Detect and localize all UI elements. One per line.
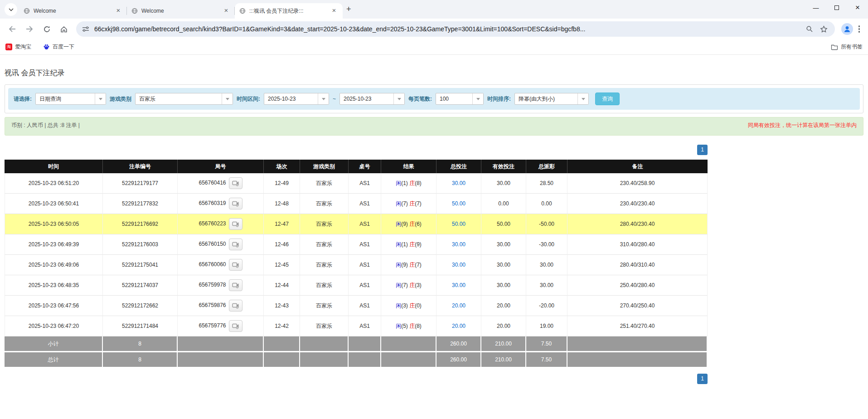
- maximize-button[interactable]: [826, 0, 847, 15]
- url-text: 66cxkj98.com/game/betrecord_search/kind3…: [94, 25, 800, 33]
- table-row: 2025-10-23 06:47:56 522912172662 6567598…: [5, 296, 708, 316]
- cell-game-type: 百家乐: [300, 275, 349, 296]
- total-bet-link[interactable]: 50.00: [452, 200, 466, 207]
- cell-time: 2025-10-23 06:51:20: [5, 173, 103, 194]
- round-id-text: 656760060: [199, 261, 226, 268]
- minimize-button[interactable]: —: [805, 0, 826, 15]
- bookmarks-bar: 淘 爱淘宝 百度一下 所有书签: [0, 39, 868, 55]
- tab-close-icon[interactable]: ×: [114, 7, 122, 15]
- tab-close-icon[interactable]: ×: [222, 7, 230, 15]
- per-page-value[interactable]: [436, 93, 472, 104]
- cell-payout: 19.00: [526, 316, 567, 336]
- query-type-select[interactable]: [35, 93, 106, 105]
- video-icon: [232, 221, 239, 227]
- sort-order-label: 时间排序:: [487, 95, 511, 103]
- video-replay-button[interactable]: [229, 320, 242, 332]
- person-icon: [843, 25, 851, 33]
- round-id-text: 656760319: [199, 200, 226, 206]
- forward-button[interactable]: [22, 22, 37, 36]
- cell-round-id: 656759978: [178, 275, 264, 296]
- sort-order-select[interactable]: [514, 93, 589, 105]
- column-header: 总派彩: [526, 160, 567, 173]
- dropdown-arrow-icon[interactable]: [222, 93, 233, 104]
- dropdown-arrow-icon[interactable]: [95, 93, 106, 104]
- cell-payout: 30.00: [526, 255, 567, 275]
- video-replay-button[interactable]: [229, 300, 242, 312]
- pagination-bottom: 1: [5, 374, 708, 384]
- video-replay-button[interactable]: [229, 218, 242, 230]
- zoom-button[interactable]: [804, 24, 815, 34]
- cell-remark: 230.40/258.90: [567, 173, 708, 194]
- new-tab-button[interactable]: +: [346, 5, 351, 14]
- video-replay-button[interactable]: [229, 259, 242, 271]
- bookmark-star-button[interactable]: [819, 24, 829, 34]
- total-bet-link[interactable]: 30.00: [452, 262, 466, 268]
- cell-table-no: AS1: [349, 275, 381, 296]
- cell-table-no: AS1: [349, 296, 381, 316]
- column-header: 场次: [264, 160, 300, 173]
- per-page-select[interactable]: [436, 93, 484, 105]
- game-type-select[interactable]: [135, 93, 233, 105]
- total-bet-link[interactable]: 20.00: [452, 302, 466, 309]
- cell-remark: 230.40/230.40: [567, 194, 708, 214]
- query-type-value[interactable]: [36, 93, 95, 104]
- bookmark-baidu[interactable]: 百度一下: [43, 43, 74, 51]
- select-type-label: 请选择:: [14, 95, 32, 103]
- dropdown-arrow-icon[interactable]: [577, 93, 588, 104]
- chevron-down-icon: [9, 8, 14, 11]
- table-row: 2025-10-23 06:50:41 522912177832 6567603…: [5, 194, 708, 214]
- tab-welcome-1[interactable]: Welcome ×: [19, 3, 127, 19]
- date-end-picker[interactable]: [339, 93, 405, 105]
- tab-welcome-2[interactable]: Welcome ×: [127, 3, 235, 19]
- table-row: 2025-10-23 06:51:20 522912179177 6567604…: [5, 173, 708, 194]
- game-type-value[interactable]: [136, 93, 222, 104]
- column-header: 结果: [381, 160, 436, 173]
- cell-payout: -30.00: [526, 234, 567, 255]
- total-bet-link[interactable]: 30.00: [452, 282, 466, 288]
- video-replay-button[interactable]: [229, 198, 242, 210]
- address-bar[interactable]: 66cxkj98.com/game/betrecord_search/kind3…: [76, 21, 835, 37]
- table-row: 2025-10-23 06:49:06 522912175041 6567600…: [5, 255, 708, 275]
- back-arrow-icon: [8, 25, 16, 33]
- total-bet-link[interactable]: 50.00: [452, 221, 466, 227]
- table-row: 2025-10-23 06:47:20 522912171484 6567597…: [5, 316, 708, 336]
- window-controls: — ×: [805, 0, 868, 15]
- cell-session: 12-45: [264, 255, 300, 275]
- result-player: 闲: [396, 180, 401, 186]
- cell-table-no: AS1: [349, 214, 381, 234]
- search-button[interactable]: 查询: [595, 93, 620, 105]
- video-replay-button[interactable]: [229, 279, 242, 291]
- page-1-button[interactable]: 1: [697, 374, 708, 384]
- cell-session: 12-43: [264, 296, 300, 316]
- tab-search-button[interactable]: [5, 3, 17, 16]
- total-bet-link[interactable]: 30.00: [452, 180, 466, 186]
- sort-order-value[interactable]: [515, 93, 577, 104]
- total-bet-link[interactable]: 30.00: [452, 241, 466, 248]
- bookmark-aitaobao[interactable]: 淘 爱淘宝: [5, 43, 31, 51]
- tab-bet-records-active[interactable]: :::视讯 会员下注纪录::: ×: [235, 3, 343, 19]
- total-row: 总计 8 260.00 210.00 7.50: [5, 352, 708, 368]
- page-1-button[interactable]: 1: [697, 145, 708, 155]
- dropdown-arrow-icon[interactable]: [393, 93, 404, 104]
- cell-game-type: 百家乐: [300, 296, 349, 316]
- tab-close-icon[interactable]: ×: [330, 7, 338, 15]
- total-bet-link[interactable]: 20.00: [452, 323, 466, 329]
- date-start-value[interactable]: [264, 93, 318, 104]
- back-button[interactable]: [5, 22, 19, 36]
- profile-avatar[interactable]: [841, 23, 853, 35]
- home-button[interactable]: [57, 22, 71, 36]
- result-banker: 庄: [409, 180, 415, 186]
- result-banker: 庄: [409, 200, 415, 207]
- date-start-picker[interactable]: [264, 93, 329, 105]
- video-replay-button[interactable]: [229, 177, 242, 189]
- date-end-value[interactable]: [340, 93, 393, 104]
- dropdown-arrow-icon[interactable]: [318, 93, 329, 104]
- time-range-label: 时间区间:: [237, 95, 260, 103]
- video-replay-button[interactable]: [229, 239, 242, 250]
- all-bookmarks-button[interactable]: 所有书签: [831, 43, 863, 51]
- browser-menu-button[interactable]: [858, 25, 860, 33]
- reload-button[interactable]: [39, 22, 54, 36]
- cell-total-bet: 30.00: [436, 275, 481, 296]
- close-button[interactable]: ×: [847, 0, 868, 15]
- dropdown-arrow-icon[interactable]: [472, 93, 483, 104]
